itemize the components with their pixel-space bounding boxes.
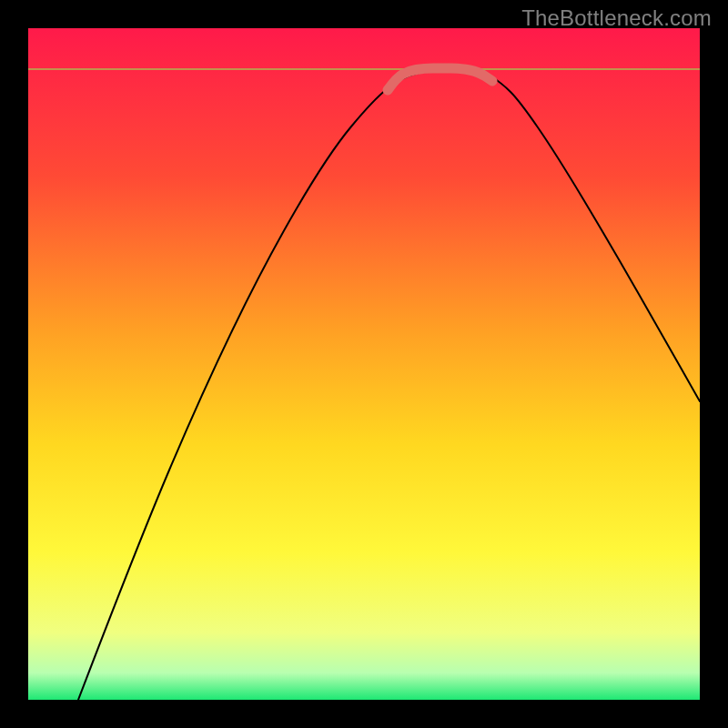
- watermark-text: TheBottleneck.com: [521, 5, 712, 31]
- plot-area: [28, 28, 700, 700]
- bottleneck-chart: [0, 0, 728, 728]
- chart-stage: TheBottleneck.com: [0, 0, 728, 728]
